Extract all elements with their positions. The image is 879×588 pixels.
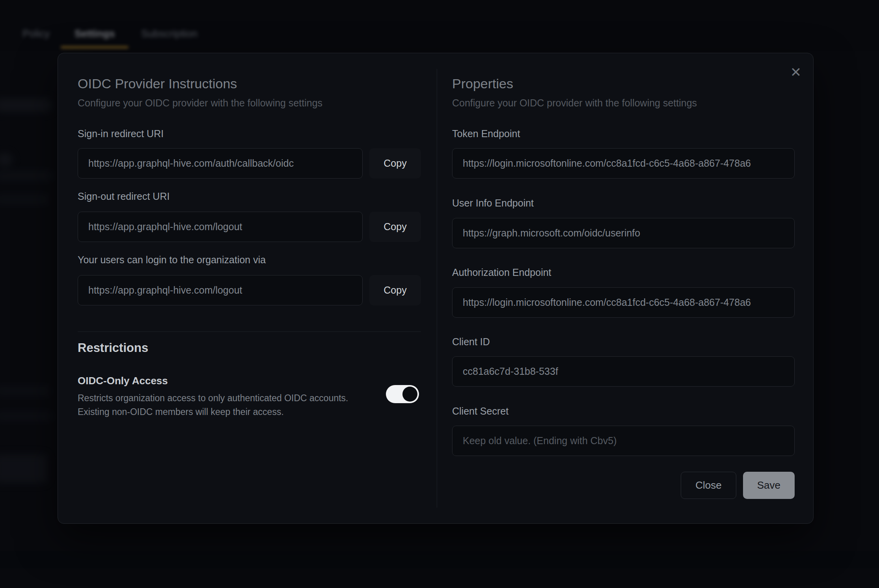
column-divider (437, 69, 437, 508)
signin-redirect-input[interactable] (78, 148, 363, 179)
restrictions-divider (78, 331, 421, 332)
toggle-knob (402, 387, 417, 402)
login-via-input[interactable] (78, 275, 363, 305)
oidc-settings-modal: ✕ OIDC Provider Instructions Configure y… (58, 53, 814, 524)
client-secret-label: Client Secret (452, 406, 508, 417)
properties-column: Properties Configure your OIDC provider … (452, 53, 795, 523)
signout-redirect-label: Sign-out redirect URI (78, 191, 169, 202)
properties-title: Properties (452, 76, 513, 91)
modal-actions: Close Save (681, 472, 795, 499)
client-id-input[interactable] (452, 356, 795, 387)
userinfo-endpoint-input[interactable] (452, 218, 795, 248)
close-button[interactable]: Close (681, 472, 736, 499)
client-id-label: Client ID (452, 336, 490, 348)
token-endpoint-label: Token Endpoint (452, 128, 520, 140)
signin-redirect-label: Sign-in redirect URI (78, 128, 164, 140)
screen: Policy Settings Subscription ✕ OIDC Prov… (0, 0, 879, 588)
instructions-subtitle: Configure your OIDC provider with the fo… (78, 97, 322, 109)
authorization-endpoint-input[interactable] (452, 287, 795, 318)
instructions-title: OIDC Provider Instructions (78, 76, 237, 91)
oidc-only-access-description: Restricts organization access to only au… (78, 391, 348, 419)
instructions-column: OIDC Provider Instructions Configure you… (78, 53, 421, 523)
properties-subtitle: Configure your OIDC provider with the fo… (452, 97, 697, 109)
restrictions-title: Restrictions (78, 341, 148, 355)
description-line-2: Existing non-OIDC members will keep thei… (78, 405, 348, 419)
oidc-only-access-toggle[interactable] (386, 385, 419, 403)
client-secret-input[interactable] (452, 426, 795, 456)
oidc-only-access-label: OIDC-Only Access (78, 375, 168, 387)
authorization-endpoint-label: Authorization Endpoint (452, 267, 551, 278)
copy-login-via-button[interactable]: Copy (369, 275, 421, 305)
save-button[interactable]: Save (743, 472, 795, 499)
signout-redirect-input[interactable] (78, 212, 363, 242)
copy-signin-button[interactable]: Copy (369, 148, 421, 179)
token-endpoint-input[interactable] (452, 148, 795, 179)
description-line-1: Restricts organization access to only au… (78, 391, 348, 405)
login-via-label: Your users can login to the organization… (78, 254, 266, 266)
copy-signout-button[interactable]: Copy (369, 212, 421, 242)
userinfo-endpoint-label: User Info Endpoint (452, 197, 534, 209)
